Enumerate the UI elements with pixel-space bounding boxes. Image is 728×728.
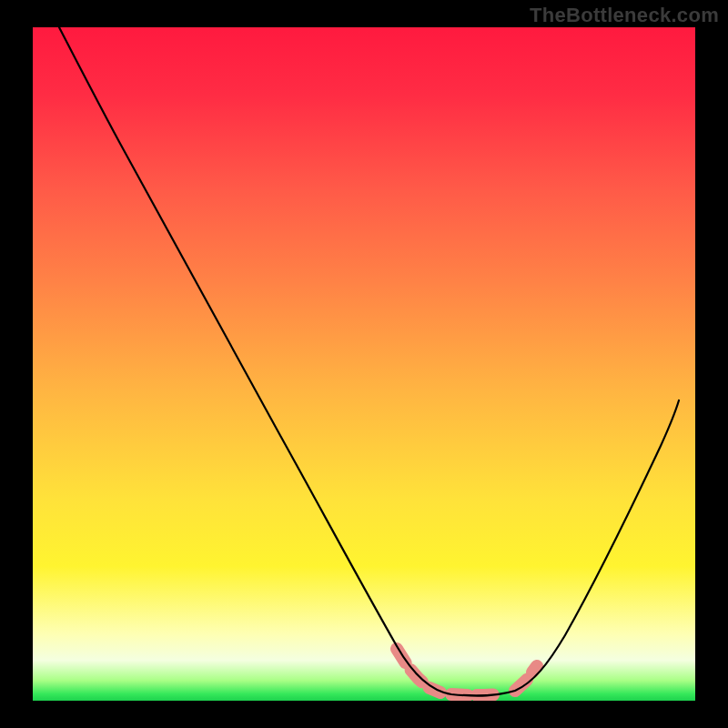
watermark-text: TheBottleneck.com — [530, 4, 719, 27]
plot-gradient-background — [33, 27, 695, 701]
chart-frame: TheBottleneck.com — [0, 0, 728, 728]
